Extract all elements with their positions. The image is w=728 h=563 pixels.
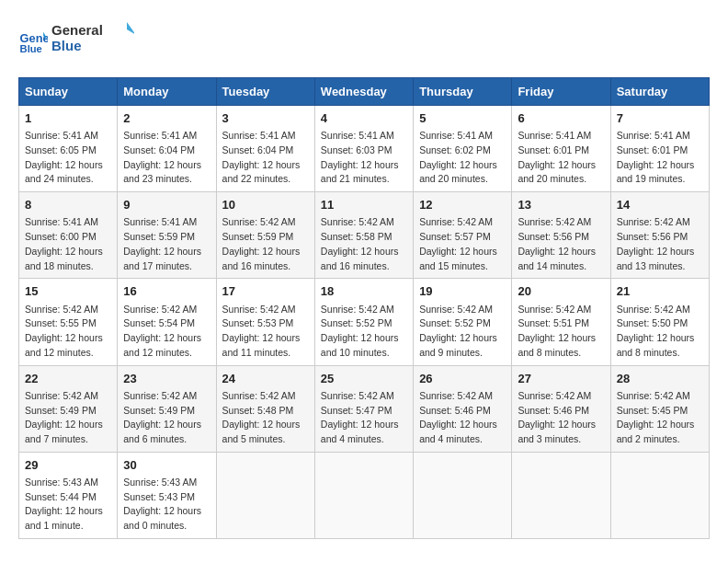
calendar-day-6: 6Sunrise: 5:41 AMSunset: 6:01 PMDaylight…: [512, 106, 610, 192]
day-info: Sunrise: 5:42 AMSunset: 5:46 PMDaylight:…: [518, 389, 604, 447]
calendar-day-19: 19Sunrise: 5:42 AMSunset: 5:52 PMDayligh…: [414, 279, 512, 365]
day-info: Sunrise: 5:41 AMSunset: 6:04 PMDaylight:…: [123, 129, 210, 187]
day-number: 12: [419, 197, 506, 213]
calendar-day-14: 14Sunrise: 5:42 AMSunset: 5:56 PMDayligh…: [610, 192, 709, 279]
day-number: 13: [518, 197, 604, 213]
calendar-day-16: 16Sunrise: 5:42 AMSunset: 5:54 PMDayligh…: [118, 279, 216, 365]
day-number: 19: [419, 283, 506, 300]
svg-text:General: General: [51, 22, 103, 38]
day-info: Sunrise: 5:42 AMSunset: 5:56 PMDaylight:…: [518, 215, 604, 273]
calendar-day-empty: [414, 452, 512, 538]
day-info: Sunrise: 5:41 AMSunset: 5:59 PMDaylight:…: [123, 215, 210, 273]
calendar-day-18: 18Sunrise: 5:42 AMSunset: 5:52 PMDayligh…: [314, 279, 413, 365]
day-info: Sunrise: 5:41 AMSunset: 6:03 PMDaylight:…: [321, 129, 407, 187]
calendar-header: SundayMondayTuesdayWednesdayThursdayFrid…: [19, 78, 710, 106]
day-info: Sunrise: 5:43 AMSunset: 5:44 PMDaylight:…: [25, 476, 111, 534]
calendar-day-17: 17Sunrise: 5:42 AMSunset: 5:53 PMDayligh…: [216, 279, 314, 365]
day-header-thursday: Thursday: [414, 78, 512, 106]
calendar-day-5: 5Sunrise: 5:41 AMSunset: 6:02 PMDaylight…: [414, 106, 512, 192]
day-number: 5: [419, 110, 506, 127]
calendar-day-3: 3Sunrise: 5:41 AMSunset: 6:04 PMDaylight…: [216, 106, 314, 192]
svg-text:Blue: Blue: [51, 38, 82, 53]
calendar-day-10: 10Sunrise: 5:42 AMSunset: 5:59 PMDayligh…: [216, 192, 314, 279]
logo: General Blue General Blue: [18, 18, 134, 63]
day-info: Sunrise: 5:42 AMSunset: 5:53 PMDaylight:…: [222, 303, 309, 361]
calendar-day-8: 8Sunrise: 5:41 AMSunset: 6:00 PMDaylight…: [19, 192, 118, 279]
logo-icon: General Blue: [18, 26, 48, 55]
day-info: Sunrise: 5:42 AMSunset: 5:50 PMDaylight:…: [617, 303, 703, 361]
calendar-day-27: 27Sunrise: 5:42 AMSunset: 5:46 PMDayligh…: [512, 365, 610, 452]
calendar-day-26: 26Sunrise: 5:42 AMSunset: 5:46 PMDayligh…: [414, 365, 512, 452]
calendar-table: SundayMondayTuesdayWednesdayThursdayFrid…: [18, 77, 710, 539]
day-number: 14: [617, 197, 703, 213]
day-number: 3: [222, 110, 309, 127]
day-info: Sunrise: 5:41 AMSunset: 6:02 PMDaylight:…: [419, 129, 506, 187]
day-number: 2: [123, 110, 210, 127]
calendar-day-25: 25Sunrise: 5:42 AMSunset: 5:47 PMDayligh…: [314, 365, 413, 452]
day-info: Sunrise: 5:42 AMSunset: 5:49 PMDaylight:…: [25, 389, 111, 447]
day-number: 4: [321, 110, 407, 127]
calendar-day-29: 29Sunrise: 5:43 AMSunset: 5:44 PMDayligh…: [19, 452, 118, 538]
day-number: 8: [25, 197, 111, 213]
calendar-day-empty: [314, 452, 413, 538]
day-number: 18: [321, 283, 407, 300]
logo-svg: General Blue: [51, 18, 134, 59]
calendar-week-4: 22Sunrise: 5:42 AMSunset: 5:49 PMDayligh…: [19, 365, 710, 452]
calendar-day-15: 15Sunrise: 5:42 AMSunset: 5:55 PMDayligh…: [19, 279, 118, 365]
calendar-week-1: 1Sunrise: 5:41 AMSunset: 6:05 PMDaylight…: [19, 106, 710, 192]
day-number: 25: [321, 371, 407, 387]
day-header-saturday: Saturday: [610, 78, 709, 106]
calendar-day-empty: [610, 452, 709, 538]
day-number: 7: [617, 110, 703, 127]
svg-marker-5: [127, 22, 134, 35]
calendar-day-2: 2Sunrise: 5:41 AMSunset: 6:04 PMDaylight…: [118, 106, 216, 192]
calendar-day-23: 23Sunrise: 5:42 AMSunset: 5:49 PMDayligh…: [118, 365, 216, 452]
day-info: Sunrise: 5:42 AMSunset: 5:58 PMDaylight:…: [321, 215, 407, 273]
day-info: Sunrise: 5:41 AMSunset: 6:01 PMDaylight:…: [617, 129, 703, 187]
day-number: 30: [123, 457, 210, 474]
day-number: 11: [321, 197, 407, 213]
page-header: General Blue General Blue: [18, 18, 710, 63]
day-number: 6: [518, 110, 604, 127]
day-info: Sunrise: 5:42 AMSunset: 5:48 PMDaylight:…: [222, 389, 309, 447]
day-info: Sunrise: 5:43 AMSunset: 5:43 PMDaylight:…: [123, 476, 210, 534]
day-info: Sunrise: 5:42 AMSunset: 5:51 PMDaylight:…: [518, 303, 604, 361]
calendar-day-20: 20Sunrise: 5:42 AMSunset: 5:51 PMDayligh…: [512, 279, 610, 365]
day-info: Sunrise: 5:42 AMSunset: 5:55 PMDaylight:…: [25, 303, 111, 361]
day-number: 16: [123, 283, 210, 300]
day-info: Sunrise: 5:41 AMSunset: 6:05 PMDaylight:…: [25, 129, 111, 187]
calendar-day-empty: [216, 452, 314, 538]
day-number: 10: [222, 197, 309, 213]
day-info: Sunrise: 5:42 AMSunset: 5:57 PMDaylight:…: [419, 215, 506, 273]
calendar-day-4: 4Sunrise: 5:41 AMSunset: 6:03 PMDaylight…: [314, 106, 413, 192]
calendar-week-2: 8Sunrise: 5:41 AMSunset: 6:00 PMDaylight…: [19, 192, 710, 279]
calendar-day-7: 7Sunrise: 5:41 AMSunset: 6:01 PMDaylight…: [610, 106, 709, 192]
day-number: 21: [617, 283, 703, 300]
day-number: 27: [518, 371, 604, 387]
calendar-day-empty: [512, 452, 610, 538]
day-info: Sunrise: 5:42 AMSunset: 5:47 PMDaylight:…: [321, 389, 407, 447]
calendar-day-28: 28Sunrise: 5:42 AMSunset: 5:45 PMDayligh…: [610, 365, 709, 452]
day-number: 9: [123, 197, 210, 213]
calendar-body: 1Sunrise: 5:41 AMSunset: 6:05 PMDaylight…: [19, 106, 710, 539]
calendar-day-13: 13Sunrise: 5:42 AMSunset: 5:56 PMDayligh…: [512, 192, 610, 279]
day-info: Sunrise: 5:42 AMSunset: 5:52 PMDaylight:…: [321, 303, 407, 361]
day-number: 26: [419, 371, 506, 387]
day-info: Sunrise: 5:42 AMSunset: 5:54 PMDaylight:…: [123, 303, 210, 361]
day-number: 17: [222, 283, 309, 300]
day-info: Sunrise: 5:41 AMSunset: 6:04 PMDaylight:…: [222, 129, 309, 187]
day-header-monday: Monday: [118, 78, 216, 106]
day-number: 29: [25, 457, 111, 474]
calendar-day-30: 30Sunrise: 5:43 AMSunset: 5:43 PMDayligh…: [118, 452, 216, 538]
day-number: 22: [25, 371, 111, 387]
day-info: Sunrise: 5:42 AMSunset: 5:59 PMDaylight:…: [222, 215, 309, 273]
day-number: 20: [518, 283, 604, 300]
day-info: Sunrise: 5:42 AMSunset: 5:45 PMDaylight:…: [617, 389, 703, 447]
day-info: Sunrise: 5:42 AMSunset: 5:49 PMDaylight:…: [123, 389, 210, 447]
day-number: 23: [123, 371, 210, 387]
day-header-tuesday: Tuesday: [216, 78, 314, 106]
day-info: Sunrise: 5:42 AMSunset: 5:56 PMDaylight:…: [617, 215, 703, 273]
calendar-day-1: 1Sunrise: 5:41 AMSunset: 6:05 PMDaylight…: [19, 106, 118, 192]
day-header-friday: Friday: [512, 78, 610, 106]
day-number: 1: [25, 110, 111, 127]
